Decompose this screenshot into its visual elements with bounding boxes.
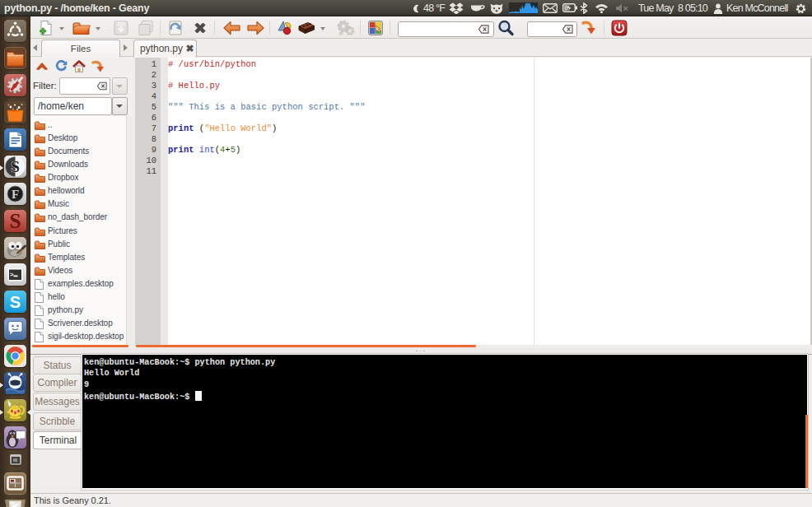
svg-text:S: S	[10, 293, 21, 311]
svg-text:S: S	[11, 158, 20, 175]
svg-text:S: S	[10, 210, 21, 232]
svg-text:>: >	[10, 272, 14, 278]
svg-text:F: F	[12, 188, 19, 201]
